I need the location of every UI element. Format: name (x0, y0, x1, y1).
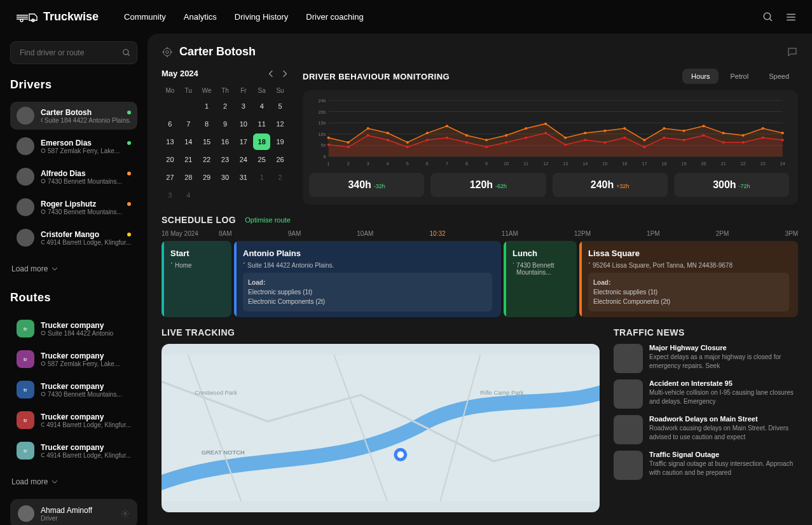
svg-point-92 (663, 137, 665, 139)
calendar-day[interactable]: 24 (235, 151, 252, 168)
calendar-day[interactable]: 28 (180, 169, 197, 186)
calendar-day[interactable]: 18 (253, 133, 270, 150)
calendar-day[interactable]: 29 (198, 169, 216, 186)
svg-text:17: 17 (642, 161, 647, 166)
nav-driving-history[interactable]: Driving History (235, 12, 289, 22)
svg-point-96 (742, 141, 745, 144)
next-month[interactable] (281, 70, 289, 78)
news-item[interactable]: Accident on Interstate 95Multi-vehicle c… (614, 379, 798, 409)
driver-item[interactable]: Carter BotoshSuite 184 4422 Antonio Plai… (10, 102, 137, 130)
block-antonio-plains[interactable]: Antonio Plains Suite 184 4422 Antonio Pl… (234, 241, 501, 317)
svg-point-89 (603, 141, 606, 144)
route-item[interactable]: trTrucker company4914 Barrett Lodge, Kli… (10, 406, 137, 434)
svg-point-85 (525, 137, 527, 139)
menu-icon[interactable] (785, 11, 797, 23)
calendar-day[interactable]: 4 (180, 187, 197, 203)
stat-card: 120h-62h (430, 173, 546, 197)
news-item[interactable]: Traffic Signal OutageTraffic signal outa… (614, 451, 798, 480)
calendar-day[interactable]: 2 (217, 98, 234, 114)
calendar-day[interactable]: 17 (235, 133, 252, 150)
nav-community[interactable]: Community (124, 12, 166, 22)
calendar-day[interactable]: 16 (217, 133, 234, 150)
svg-point-8 (41, 362, 45, 365)
calendar-day[interactable]: 3 (235, 98, 252, 114)
block-lissa-square[interactable]: Lissa Square 95264 Lissa Square, Port Ta… (579, 241, 798, 317)
calendar-day[interactable]: 5 (272, 98, 289, 114)
calendar-day[interactable]: 30 (217, 169, 234, 186)
svg-point-75 (327, 144, 330, 146)
calendar-day[interactable]: 6 (162, 116, 179, 132)
gear-icon[interactable] (121, 509, 130, 518)
pin-icon (243, 262, 245, 264)
block-start[interactable]: Start Home (162, 241, 231, 317)
calendar-day[interactable]: 19 (272, 133, 289, 150)
svg-text:0: 0 (324, 154, 326, 159)
svg-point-2 (41, 118, 43, 122)
calendar-day[interactable]: 27 (162, 169, 179, 186)
svg-text:24: 24 (780, 161, 785, 166)
calendar-day[interactable]: 10 (235, 116, 252, 132)
load-more-routes[interactable]: Load more (10, 474, 137, 490)
svg-text:5: 5 (406, 161, 409, 166)
calendar-day[interactable]: 26 (272, 151, 289, 168)
svg-point-56 (426, 132, 429, 134)
search-icon[interactable] (122, 48, 131, 57)
nav-driver-coaching[interactable]: Driver coaching (306, 12, 363, 22)
svg-point-82 (465, 141, 468, 144)
svg-point-87 (564, 144, 567, 146)
calendar-day[interactable]: 8 (198, 116, 216, 132)
svg-rect-103 (162, 355, 600, 501)
driver-item[interactable]: Emerson Dias587 Zemlak Ferry, Lake... (10, 132, 137, 160)
load-more-drivers[interactable]: Load more (10, 261, 137, 277)
search-input[interactable] (10, 41, 137, 64)
calendar-day[interactable]: 2 (272, 169, 289, 186)
search-icon[interactable] (762, 11, 774, 23)
main-nav: Community Analytics Driving History Driv… (124, 12, 364, 22)
driver-item[interactable]: Cristofer Mango4914 Barrett Lodge, Kling… (10, 224, 137, 252)
calendar-day[interactable]: 3 (162, 187, 179, 203)
calendar-day[interactable]: 22 (198, 151, 216, 168)
svg-point-3 (41, 149, 45, 153)
pin-icon (41, 240, 45, 245)
route-item[interactable]: trTrucker company587 Zemlak Ferry, Lake.… (10, 345, 137, 373)
calendar-day[interactable]: 1 (253, 169, 270, 186)
route-item[interactable]: trTrucker companySuite 184 4422 Antonio (10, 315, 137, 343)
calendar-day[interactable]: 15 (198, 133, 216, 150)
tab-petrol[interactable]: Petrol (721, 69, 757, 84)
calendar-day[interactable]: 1 (198, 98, 216, 114)
news-item[interactable]: Roadwork Delays on Main StreetRoadwork c… (614, 415, 798, 444)
calendar-day[interactable]: 12 (272, 116, 289, 132)
news-item[interactable]: Major Highway ClosureExpect delays as a … (614, 344, 798, 373)
calendar-day[interactable]: 21 (180, 151, 197, 168)
driver-item[interactable]: Roger Lipshutz7430 Bennett Mountains... (10, 193, 137, 221)
optimise-route-link[interactable]: Optimise route (245, 216, 291, 224)
tab-hours[interactable]: Hours (682, 69, 719, 84)
chat-icon[interactable] (787, 46, 798, 58)
calendar-day[interactable]: 20 (162, 151, 179, 168)
route-item[interactable]: trTrucker company4914 Barrett Lodge, Kli… (10, 437, 137, 465)
map[interactable]: Crestwood Park GREAT NOTCH Rifle Camp Pa… (162, 344, 600, 512)
avatar (17, 198, 34, 216)
tracking-title: LIVE TRACKING (162, 327, 600, 338)
nav-analytics[interactable]: Analytics (184, 12, 217, 22)
svg-point-100 (244, 262, 245, 264)
calendar-day[interactable]: 14 (180, 133, 197, 150)
route-item[interactable]: trTrucker company7430 Bennett Mountains.… (10, 376, 137, 404)
calendar-day[interactable]: 23 (217, 151, 234, 168)
svg-point-90 (623, 137, 626, 139)
prev-month[interactable] (267, 70, 275, 78)
svg-point-62 (544, 123, 547, 125)
block-lunch[interactable]: Lunch 7430 Bennett Mountains... (504, 241, 577, 317)
calendar-day[interactable]: 7 (180, 116, 197, 132)
calendar-day[interactable]: 25 (253, 151, 270, 168)
tab-speed[interactable]: Speed (760, 69, 798, 84)
calendar-day[interactable]: 11 (253, 116, 270, 132)
svg-text:Crestwood Park: Crestwood Park (195, 389, 237, 396)
calendar-day[interactable]: 13 (162, 133, 179, 150)
status-dot (127, 141, 131, 145)
svg-point-80 (426, 139, 429, 141)
driver-item[interactable]: Alfredo Dias7430 Bennett Mountains... (10, 163, 137, 191)
calendar-day[interactable]: 4 (253, 98, 270, 114)
calendar-day[interactable]: 9 (217, 116, 234, 132)
calendar-day[interactable]: 31 (235, 169, 252, 186)
